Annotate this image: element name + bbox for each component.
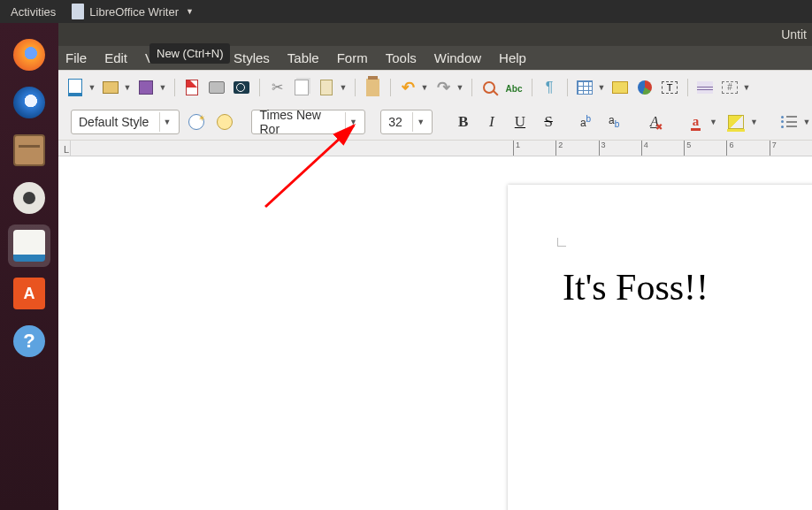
bullet-list-button[interactable]: ▼ [777, 110, 812, 134]
ruler-tick: 7 [770, 141, 812, 156]
copy-button[interactable] [290, 75, 313, 100]
chevron-down-icon[interactable]: ▼ [122, 83, 133, 92]
find-replace-button[interactable] [478, 75, 501, 100]
underline-icon [515, 113, 525, 131]
chevron-down-icon: ▼ [186, 7, 194, 16]
paste-icon [320, 80, 333, 95]
dock-thunderbird[interactable] [8, 81, 50, 124]
save-button[interactable]: ▼ [134, 75, 168, 100]
formatting-marks-button[interactable] [538, 75, 561, 100]
horizontal-ruler[interactable]: 1 2 3 4 5 6 7 [71, 141, 812, 156]
firefox-icon [13, 39, 45, 71]
activities-button[interactable]: Activities [11, 5, 56, 19]
italic-icon [489, 113, 494, 131]
new-document-button[interactable]: ▼ [64, 75, 97, 100]
files-icon [13, 134, 45, 166]
insert-textbox-button[interactable] [658, 75, 681, 100]
ruler-tick: 4 [641, 141, 684, 156]
chevron-down-icon[interactable]: ▼ [338, 83, 349, 92]
app-title: LibreOffice Writer [89, 5, 179, 19]
dock-firefox[interactable] [8, 34, 50, 76]
menu-file[interactable]: File [65, 50, 87, 65]
margin-mark [557, 238, 566, 247]
dock-help[interactable]: ? [8, 320, 50, 362]
table-icon [577, 80, 593, 95]
font-size-combo[interactable]: 32 ▼ [380, 110, 433, 134]
update-style-button[interactable] [185, 110, 208, 134]
separator [255, 75, 264, 100]
thunderbird-icon [13, 87, 45, 118]
window-title: Untit [781, 27, 807, 42]
dock-software[interactable] [8, 272, 50, 315]
underline-button[interactable] [509, 110, 532, 134]
open-button[interactable]: ▼ [99, 75, 133, 100]
formatting-toolbar: Default Style ▼ Times New Ror ▼ 32 ▼ ▼ ▼… [58, 103, 812, 141]
insert-chart-button[interactable] [633, 75, 656, 100]
separator [527, 75, 536, 100]
menu-edit[interactable]: Edit [104, 50, 127, 65]
paragraph-style-combo[interactable]: Default Style ▼ [71, 110, 180, 134]
workspace: L 1 2 3 4 5 6 7 [58, 141, 812, 510]
cut-button[interactable] [265, 75, 288, 100]
clear-formatting-button[interactable] [643, 110, 666, 134]
chevron-down-icon[interactable]: ▼ [412, 112, 428, 132]
chevron-down-icon[interactable]: ▼ [596, 83, 607, 92]
writer-icon [13, 230, 45, 262]
insert-field-button[interactable]: ▼ [718, 75, 752, 100]
bold-button[interactable] [451, 110, 474, 134]
page: It's Foss!! [508, 185, 812, 510]
menu-tools[interactable]: Tools [386, 50, 417, 65]
new-style-button[interactable] [213, 110, 236, 134]
menu-styles[interactable]: Styles [234, 50, 270, 65]
chevron-down-icon[interactable]: ▼ [801, 118, 812, 126]
separator [350, 75, 359, 100]
chevron-down-icon[interactable]: ▼ [741, 83, 752, 92]
menu-window[interactable]: Window [434, 50, 481, 65]
chevron-down-icon[interactable]: ▼ [157, 83, 168, 92]
copy-icon [295, 80, 309, 95]
print-preview-button[interactable] [230, 75, 253, 100]
ruler-corner: L [58, 141, 71, 156]
chevron-down-icon[interactable]: ▼ [455, 83, 465, 92]
menu-form[interactable]: Form [337, 50, 368, 65]
font-size-value: 32 [388, 115, 402, 129]
font-name-combo[interactable]: Times New Ror ▼ [251, 110, 364, 134]
redo-button[interactable]: ▼ [432, 75, 465, 100]
insert-image-button[interactable] [609, 75, 632, 100]
ruler-tick: 6 [726, 141, 769, 156]
spellcheck-button[interactable] [502, 75, 525, 100]
dock-writer[interactable] [8, 225, 50, 267]
insert-pagebreak-button[interactable] [693, 75, 716, 100]
separator [683, 75, 692, 100]
subscript-button[interactable] [602, 110, 625, 134]
chevron-down-icon[interactable]: ▼ [87, 83, 97, 92]
app-menu[interactable]: LibreOffice Writer ▼ [72, 4, 194, 19]
chevron-down-icon[interactable]: ▼ [345, 112, 360, 132]
font-color-button[interactable]: ▼ [683, 110, 718, 134]
standard-toolbar: ▼ ▼ ▼ ▼ ▼ ▼ ▼ ▼ [58, 70, 812, 103]
pdf-icon [186, 80, 198, 95]
chevron-down-icon[interactable]: ▼ [708, 118, 718, 126]
export-pdf-button[interactable] [180, 75, 203, 100]
dock-rhythmbox[interactable] [8, 177, 50, 219]
redo-icon [437, 78, 450, 97]
italic-button[interactable] [480, 110, 503, 134]
dock-files[interactable] [8, 129, 50, 171]
strikethrough-button[interactable] [537, 110, 560, 134]
highlight-button[interactable]: ▼ [724, 110, 759, 134]
insert-table-button[interactable]: ▼ [573, 75, 607, 100]
undo-button[interactable]: ▼ [396, 75, 430, 100]
menu-help[interactable]: Help [499, 50, 526, 65]
superscript-button[interactable] [574, 110, 597, 134]
clone-formatting-button[interactable] [361, 75, 384, 100]
chevron-down-icon[interactable]: ▼ [159, 112, 175, 132]
chevron-down-icon[interactable]: ▼ [748, 118, 759, 126]
print-button[interactable] [205, 75, 228, 100]
image-icon [612, 81, 628, 94]
writer-doc-icon [72, 4, 84, 19]
menu-table[interactable]: Table [287, 50, 319, 65]
document-text[interactable]: It's Foss!! [563, 266, 709, 308]
update-style-icon [188, 114, 204, 130]
chevron-down-icon[interactable]: ▼ [419, 83, 430, 92]
paste-button[interactable]: ▼ [315, 75, 349, 100]
